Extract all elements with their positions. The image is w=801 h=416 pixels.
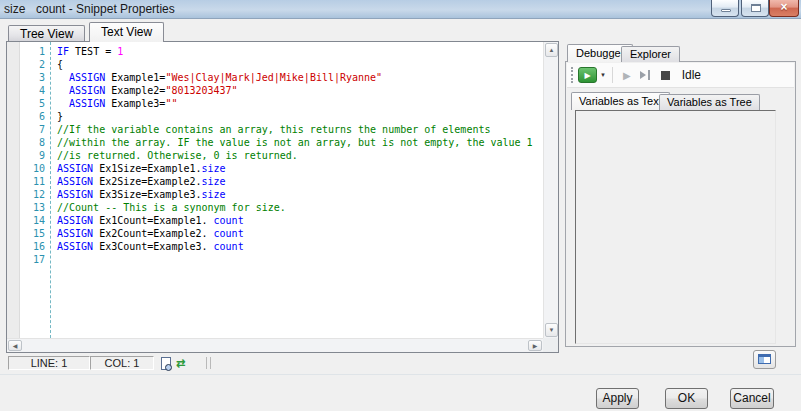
- editor-status-bar: LINE: 1 COL: 1 ⇄: [6, 355, 559, 372]
- line-number: 9: [7, 149, 45, 162]
- validate-script-icon[interactable]: [161, 357, 171, 370]
- line-number: 15: [7, 227, 45, 240]
- run-icon: ▶: [584, 71, 590, 80]
- variables-panel[interactable]: [575, 110, 776, 344]
- line-number: 6: [7, 110, 45, 123]
- code-line[interactable]: 4 ASSIGN Example2="8013203437": [7, 84, 542, 97]
- vertical-scrollbar[interactable]: ▲ ▼: [543, 42, 558, 338]
- code-lines[interactable]: 1IF TEST = 12{3 ASSIGN Example1="Wes|Cla…: [7, 45, 542, 266]
- code-editor[interactable]: 1IF TEST = 12{3 ASSIGN Example1="Wes|Cla…: [6, 41, 559, 353]
- close-icon: ×: [770, 0, 798, 14]
- statusbar-grip: [206, 357, 211, 369]
- line-number: 3: [7, 71, 45, 84]
- scroll-right-icon: ▶: [533, 343, 538, 349]
- code-line[interactable]: 16ASSIGN Ex3Count=Example3. count: [7, 240, 542, 253]
- step-over-icon: [640, 71, 646, 79]
- code-line[interactable]: 12ASSIGN Ex3Size=Example3.size: [7, 188, 542, 201]
- code-line[interactable]: 7//If the variable contains an array, th…: [7, 123, 542, 136]
- tab-tree-view[interactable]: Tree View: [8, 25, 85, 42]
- line-number: 5: [7, 97, 45, 110]
- play-button[interactable]: ▶: [623, 70, 631, 81]
- close-button[interactable]: ×: [769, 0, 799, 17]
- apply-button[interactable]: Apply: [596, 388, 639, 409]
- code-line[interactable]: 10ASSIGN Ex1Size=Example1.size: [7, 162, 542, 175]
- scroll-down-icon: ▼: [549, 327, 555, 333]
- line-number: 17: [7, 253, 45, 266]
- line-number: 12: [7, 188, 45, 201]
- toolbar-separator: [612, 67, 613, 83]
- ok-button[interactable]: OK: [665, 388, 708, 409]
- stop-button[interactable]: [661, 71, 670, 80]
- debugger-toolbar: ▶ ▼ ▶ Idle: [567, 63, 794, 88]
- toolbar-grip: [571, 67, 573, 83]
- code-line[interactable]: 11ASSIGN Ex2Size=Example2.size: [7, 175, 542, 188]
- layout-toggle-button[interactable]: [753, 350, 776, 369]
- run-button[interactable]: ▶: [578, 67, 597, 83]
- code-line[interactable]: 14ASSIGN Ex1Count=Example1. count: [7, 214, 542, 227]
- line-number: 8: [7, 136, 45, 149]
- line-number: 11: [7, 175, 45, 188]
- code-line[interactable]: 9//is returned. Otherwise, 0 is returned…: [7, 149, 542, 162]
- code-line[interactable]: 6}: [7, 110, 542, 123]
- minimize-icon: [721, 9, 731, 12]
- code-line[interactable]: 13//Count -- This is a synonym for size.: [7, 201, 542, 214]
- scroll-up-button[interactable]: ▲: [545, 43, 558, 57]
- line-number: 1: [7, 45, 45, 58]
- code-line[interactable]: 3 ASSIGN Example1="Wes|Clay|Mark|Jed|Mik…: [7, 71, 542, 84]
- line-number: 10: [7, 162, 45, 175]
- maximize-icon: [751, 4, 761, 12]
- tab-variables-as-tree[interactable]: Variables as Tree: [659, 94, 760, 110]
- title-bar[interactable]: size count - Snippet Properties ×: [0, 0, 801, 19]
- scroll-up-icon: ▲: [549, 47, 555, 53]
- code-line[interactable]: 8//within the array. IF the value is not…: [7, 136, 542, 149]
- minimize-button[interactable]: [711, 0, 739, 17]
- line-number: 14: [7, 214, 45, 227]
- line-number: 13: [7, 201, 45, 214]
- step-over-button[interactable]: [640, 70, 650, 80]
- line-number: 2: [7, 58, 45, 71]
- code-area[interactable]: 1IF TEST = 12{3 ASSIGN Example1="Wes|Cla…: [7, 42, 558, 338]
- code-line[interactable]: 1IF TEST = 1: [7, 45, 542, 58]
- line-number: 16: [7, 240, 45, 253]
- window-title: count - Snippet Properties: [36, 2, 175, 16]
- code-line[interactable]: 15ASSIGN Ex2Count=Example2. count: [7, 227, 542, 240]
- window-bottom-edge: [0, 411, 801, 416]
- status-line-indicator: LINE: 1: [8, 356, 90, 370]
- status-col-indicator: COL: 1: [90, 356, 154, 370]
- code-line[interactable]: 2{: [7, 58, 542, 71]
- maximize-button[interactable]: [741, 0, 769, 17]
- horizontal-scrollbar[interactable]: ◀ ▶: [7, 338, 543, 352]
- scroll-down-button[interactable]: ▼: [545, 323, 558, 337]
- background-window-title: size: [4, 2, 25, 16]
- tab-explorer[interactable]: Explorer: [621, 46, 680, 62]
- scroll-left-icon: ◀: [13, 343, 18, 349]
- run-dropdown-caret-icon[interactable]: ▼: [600, 72, 606, 78]
- line-number: 7: [7, 123, 45, 136]
- code-line[interactable]: 17: [7, 253, 542, 266]
- layout-icon: [758, 354, 771, 364]
- tab-text-view[interactable]: Text View: [89, 22, 164, 42]
- debugger-status: Idle: [682, 68, 701, 82]
- code-line[interactable]: 5 ASSIGN Example3="": [7, 97, 542, 110]
- snippet-properties-window: size count - Snippet Properties × Tree V…: [0, 0, 801, 416]
- scroll-left-button[interactable]: ◀: [8, 340, 22, 351]
- tab-variables-as-text[interactable]: Variables as Text: [571, 92, 670, 110]
- sync-icon[interactable]: ⇄: [176, 357, 185, 369]
- footer-divider: [0, 374, 801, 375]
- scrollbar-corner: [543, 338, 558, 352]
- scroll-right-button[interactable]: ▶: [528, 340, 542, 351]
- line-number: 4: [7, 84, 45, 97]
- cancel-button[interactable]: Cancel: [730, 388, 774, 409]
